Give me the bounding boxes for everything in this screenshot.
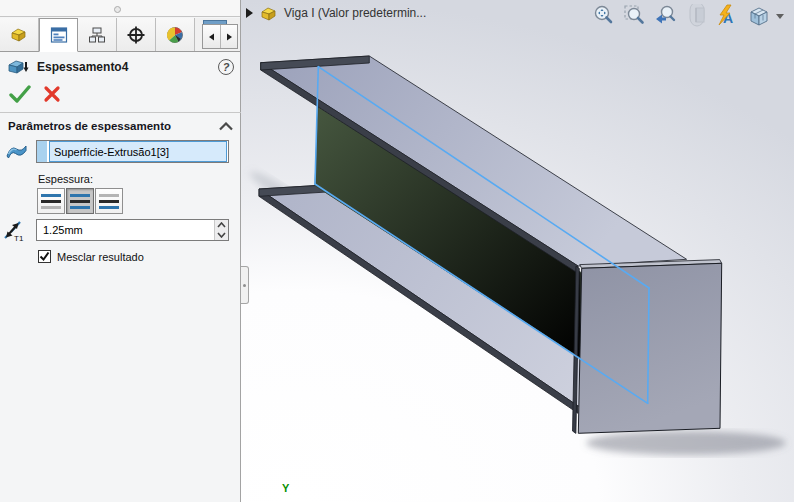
- panel-splitter-handle[interactable]: [241, 266, 249, 304]
- confirm-actions-row: [9, 84, 61, 104]
- selected-surface-item[interactable]: Superfície-Extrusão1[3]: [49, 141, 227, 162]
- annotation-views-icon[interactable]: A: [716, 4, 740, 28]
- collapse-chevron-icon: [219, 122, 233, 131]
- tab-bar-filler: [195, 18, 240, 51]
- merge-result-label: Mesclar resultado: [57, 251, 144, 263]
- end-plate[interactable]: [573, 260, 722, 434]
- tab-scroll-buttons: [202, 24, 238, 49]
- left-triangle-icon: [208, 33, 216, 41]
- selection-listbox[interactable]: Superfície-Extrusão1[3]: [36, 140, 229, 163]
- section-view-icon[interactable]: [685, 4, 709, 28]
- view-orientation-icon[interactable]: [747, 4, 771, 28]
- view-orientation-dropdown-icon[interactable]: [776, 14, 784, 19]
- chevron-down-icon: [217, 232, 226, 238]
- plate-shadow: [586, 431, 786, 455]
- thicken-direction-buttons: [37, 188, 123, 214]
- part-icon: [259, 4, 278, 22]
- surface-selection-row: Superfície-Extrusão1[3]: [0, 140, 241, 164]
- document-title[interactable]: Viga I (Valor predetermin...: [284, 6, 426, 20]
- thicken-both-sides-button[interactable]: [66, 188, 94, 214]
- zoom-to-fit-icon[interactable]: [592, 4, 616, 28]
- thickness-t1-icon: T1: [3, 217, 31, 243]
- splitter-dot: [243, 284, 246, 287]
- active-selection-strip: [37, 141, 47, 162]
- property-manager-tab[interactable]: [39, 18, 78, 52]
- spin-down-button[interactable]: [215, 230, 228, 240]
- ok-check-button[interactable]: [9, 84, 31, 104]
- previous-view-icon[interactable]: [654, 4, 678, 28]
- help-button[interactable]: ?: [218, 59, 234, 75]
- heads-up-toolbar: A: [592, 4, 784, 28]
- feature-manager-tab[interactable]: [0, 18, 39, 51]
- thicken-parameters-section-header[interactable]: Parâmetros de espessamento: [0, 114, 241, 138]
- merge-result-row: Mesclar resultado: [38, 250, 144, 263]
- solidworks-window: Espessamento4 ? Parâmetros de espessamen…: [0, 0, 794, 502]
- spin-up-button[interactable]: [215, 220, 228, 230]
- thickness-input-box: [36, 219, 229, 241]
- merge-result-checkbox[interactable]: [38, 250, 51, 263]
- thickness-input[interactable]: [37, 220, 214, 240]
- checkmark-icon: [39, 251, 50, 262]
- tab-scroll-right-button[interactable]: [220, 25, 237, 48]
- feature-title-row: Espessamento4 ?: [8, 56, 234, 78]
- thickness-spinners: [214, 220, 228, 240]
- panel-top-strip: [0, 0, 240, 17]
- feature-title: Espessamento4: [37, 60, 218, 74]
- tab-scroll-left-button[interactable]: [203, 25, 220, 48]
- dimxpert-manager-tab[interactable]: [117, 18, 156, 51]
- configuration-manager-tab[interactable]: [78, 18, 117, 51]
- display-manager-tab[interactable]: [156, 18, 195, 51]
- thickness-section-label: Espessura:: [38, 173, 93, 185]
- thicken-side1-button[interactable]: [37, 188, 65, 214]
- cancel-x-button[interactable]: [43, 85, 61, 103]
- property-manager-icon: [49, 25, 69, 45]
- surface-icon: [5, 140, 29, 164]
- thicken-side2-button[interactable]: [95, 188, 123, 214]
- svg-text:T1: T1: [14, 234, 24, 243]
- color-wheel-icon: [165, 25, 185, 45]
- thickness-value-row: T1: [0, 219, 241, 242]
- panel-grip-handle[interactable]: [114, 6, 121, 13]
- tree-expand-arrow-icon[interactable]: [246, 8, 253, 18]
- zoom-to-area-icon[interactable]: [623, 4, 647, 28]
- flyout-feature-tree: Viga I (Valor predetermin...: [246, 4, 426, 22]
- panel-divider: [0, 112, 241, 113]
- target-crosshair-icon: [126, 25, 146, 45]
- part-icon: [9, 25, 29, 45]
- graphics-viewport[interactable]: Viga I (Valor predetermin...: [241, 0, 794, 502]
- chevron-up-icon: [217, 222, 226, 228]
- thicken-icon: [8, 57, 30, 77]
- manager-tab-bar: [0, 18, 240, 52]
- section-title: Parâmetros de espessamento: [8, 120, 219, 132]
- y-axis-label: Y: [282, 482, 289, 494]
- property-manager-panel: Espessamento4 ? Parâmetros de espessamen…: [0, 0, 241, 502]
- ibeam-model[interactable]: [241, 0, 794, 502]
- right-triangle-icon: [225, 33, 233, 41]
- configuration-manager-icon: [87, 25, 107, 45]
